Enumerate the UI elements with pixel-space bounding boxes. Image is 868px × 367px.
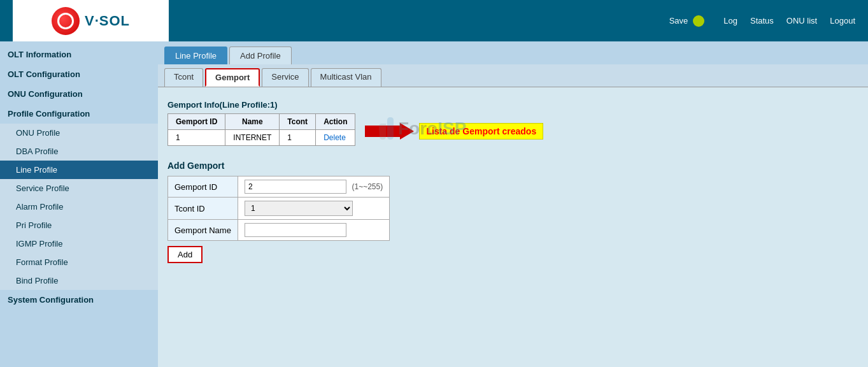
sidebar-item-system-config[interactable]: System Configuration (0, 290, 158, 310)
sidebar-item-igmp-profile[interactable]: IGMP Profile (0, 234, 158, 253)
logo-text: V·SOL (85, 13, 130, 29)
tab-add-profile[interactable]: Add Profile (229, 47, 292, 64)
status-indicator (693, 15, 704, 27)
subtab-service[interactable]: Service (262, 68, 308, 87)
gemport-name-input[interactable] (245, 223, 346, 237)
tab-line-profile[interactable]: Line Profile (164, 47, 227, 64)
header-nav: Log Status ONU list Logout (723, 16, 855, 25)
header: V·SOL Save Log Status ONU list Logout (0, 0, 868, 41)
sidebar-item-profile-config[interactable]: Profile Configuration (0, 104, 158, 124)
gemport-table: Gemport ID Name Tcont Action 1 INTERNET … (167, 113, 355, 146)
gemport-info-title: Gemport Info(Line Profile:1) (167, 100, 858, 110)
subtab-gemport[interactable]: Gemport (205, 68, 260, 87)
input-cell-gemport-id: (1~~255) (238, 176, 389, 198)
onu-list-link[interactable]: ONU list (786, 16, 817, 25)
log-link[interactable]: Log (723, 16, 737, 25)
label-gemport-name: Gemport Name (168, 220, 238, 241)
add-button[interactable]: Add (167, 246, 203, 263)
main-tab-bar: Line Profile Add Profile (158, 41, 868, 64)
sidebar-item-pri-profile[interactable]: Pri Profile (0, 216, 158, 234)
label-gemport-id: Gemport ID (168, 176, 238, 198)
form-row-gemport-name: Gemport Name (168, 220, 390, 241)
table-row: 1 INTERNET 1 Delete (168, 130, 355, 146)
sidebar-item-onu-config[interactable]: ONU Configuration (0, 84, 158, 104)
cell-name: INTERNET (225, 130, 280, 146)
status-link[interactable]: Status (750, 16, 774, 25)
label-tcont-id: Tcont ID (168, 198, 238, 220)
sidebar-item-service-profile[interactable]: Service Profile (0, 179, 158, 198)
form-row-tcont-id: Tcont ID 1 2 3 4 (168, 198, 390, 220)
sidebar-item-olt-config[interactable]: OLT Configuration (0, 64, 158, 84)
tcont-id-select[interactable]: 1 2 3 4 (245, 201, 353, 216)
input-cell-gemport-name (238, 220, 389, 241)
gemport-id-input[interactable] (245, 180, 346, 194)
annotation-area: Lista de Gemport creados (365, 123, 543, 140)
col-action: Action (316, 114, 355, 130)
sidebar-item-onu-profile[interactable]: ONU Profile (0, 124, 158, 142)
add-gemport-form: Gemport ID (1~~255) Tcont ID 1 2 3 (167, 176, 390, 241)
save-label: Save (669, 16, 688, 25)
cell-gemport-id: 1 (168, 130, 225, 146)
arrow-head (400, 123, 414, 140)
sidebar-item-line-profile[interactable]: Line Profile (0, 161, 158, 179)
input-cell-tcont-id: 1 2 3 4 (238, 198, 389, 220)
arrow-body (365, 126, 400, 137)
cell-tcont: 1 (280, 130, 316, 146)
range-hint: (1~~255) (352, 182, 383, 191)
logo-icon (52, 7, 80, 35)
save-area: Save (669, 15, 705, 27)
cell-action: Delete (316, 130, 355, 146)
add-gemport-title: Add Gemport (167, 161, 858, 171)
header-right: Save Log Status ONU list Logout (669, 15, 855, 27)
logo-area: V·SOL (13, 0, 169, 41)
subtab-multicast-vlan[interactable]: Multicast Vlan (311, 68, 381, 87)
col-name: Name (225, 114, 280, 130)
table-annotation-row: Gemport ID Name Tcont Action 1 INTERNET … (167, 113, 858, 155)
sidebar-item-format-profile[interactable]: Format Profile (0, 253, 158, 271)
delete-link[interactable]: Delete (324, 133, 346, 142)
annotation-label: Lista de Gemport creados (419, 123, 543, 140)
logout-link[interactable]: Logout (830, 16, 855, 25)
arrow-container (365, 123, 414, 140)
sidebar-item-olt-info[interactable]: OLT Information (0, 45, 158, 64)
form-row-gemport-id: Gemport ID (1~~255) (168, 176, 390, 198)
col-tcont: Tcont (280, 114, 316, 130)
main-content: Line Profile Add Profile Tcont Gemport S… (158, 41, 868, 367)
layout: OLT Information OLT Configuration ONU Co… (0, 41, 868, 367)
sidebar-item-bind-profile[interactable]: Bind Profile (0, 271, 158, 290)
col-gemport-id: Gemport ID (168, 114, 225, 130)
subtab-tcont[interactable]: Tcont (164, 68, 203, 87)
sidebar: OLT Information OLT Configuration ONU Co… (0, 41, 158, 367)
sub-tab-bar: Tcont Gemport Service Multicast Vlan (158, 64, 868, 87)
content-area: Gemport Info(Line Profile:1) Gemport ID … (158, 87, 868, 270)
sidebar-item-dba-profile[interactable]: DBA Profile (0, 142, 158, 161)
sidebar-item-alarm-profile[interactable]: Alarm Profile (0, 198, 158, 216)
